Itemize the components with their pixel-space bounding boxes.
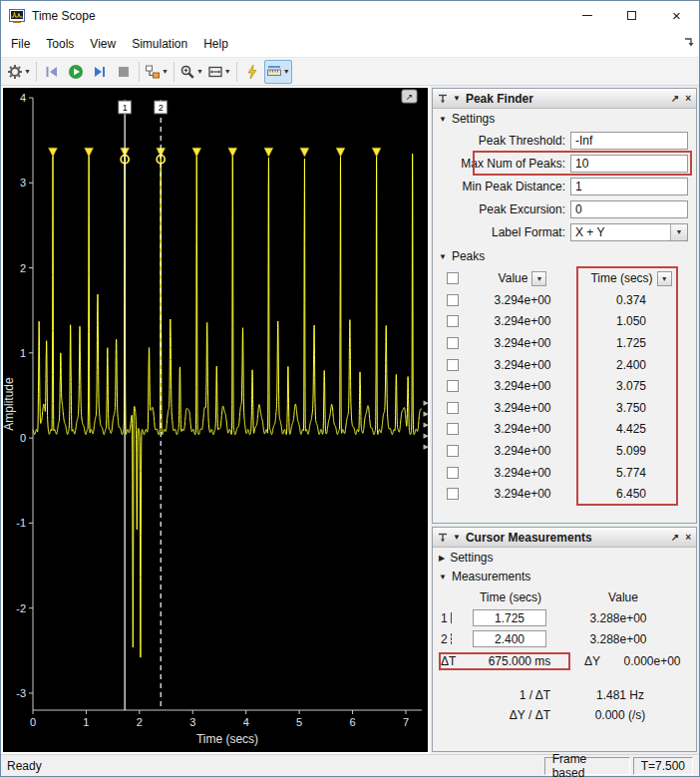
close-panel-icon[interactable]: × bbox=[685, 533, 691, 543]
menu-tools[interactable]: Tools bbox=[38, 33, 82, 55]
chevron-down-icon: ▼ bbox=[224, 68, 231, 75]
undock-panel-icon[interactable]: ↗ bbox=[671, 94, 679, 104]
peak-table-row: 3.294e+003.075 bbox=[439, 375, 690, 397]
menu-help[interactable]: Help bbox=[195, 33, 236, 55]
cursor-measurements-header: ▼ Cursor Measurements ↗ × bbox=[433, 528, 696, 548]
minimize-button[interactable] bbox=[564, 1, 609, 30]
fit-view-button[interactable]: ▼ bbox=[205, 60, 233, 84]
collapse-panel-icon[interactable]: ▼ bbox=[453, 533, 461, 542]
dock-pin-icon[interactable] bbox=[438, 94, 448, 104]
step-back-button[interactable] bbox=[40, 60, 64, 84]
peak-time-cell: 5.099 bbox=[578, 444, 684, 458]
x-tick-label: 7 bbox=[403, 716, 409, 728]
value-sort-button[interactable]: ▼ bbox=[531, 271, 546, 286]
close-panel-icon[interactable]: × bbox=[685, 94, 691, 104]
delta-y-label: ΔY bbox=[584, 654, 614, 668]
menubar: File Tools View Simulation Help bbox=[1, 31, 699, 57]
cursor-1-value: 3.288e+00 bbox=[546, 611, 690, 625]
step-forward-button[interactable] bbox=[88, 60, 112, 84]
one-over-dt-value: 1.481 Hz bbox=[550, 688, 690, 702]
chevron-down-icon[interactable]: ▼ bbox=[670, 224, 687, 240]
close-button[interactable]: × bbox=[654, 1, 699, 30]
pf-settings-section[interactable]: ▼ Settings bbox=[433, 109, 696, 128]
run-icon bbox=[68, 64, 84, 80]
peak-row-checkbox[interactable] bbox=[447, 467, 459, 479]
cm-settings-section[interactable]: ▶ Settings bbox=[433, 548, 696, 567]
peak-row-checkbox[interactable] bbox=[447, 294, 459, 306]
maximize-button[interactable] bbox=[609, 1, 654, 30]
cursor-measurements-title: Cursor Measurements bbox=[466, 531, 592, 545]
zoom-button[interactable]: ▼ bbox=[177, 60, 205, 84]
peak-excursion-label: Peak Excursion: bbox=[437, 202, 570, 216]
cursor-1-row: 1 1.725 3.288e+00 bbox=[439, 607, 690, 628]
solid-line-style-icon bbox=[451, 612, 452, 623]
pf-peaks-section[interactable]: ▼ Peaks bbox=[433, 246, 696, 265]
configuration-button[interactable]: ▼ bbox=[5, 60, 33, 84]
peak-row-checkbox[interactable] bbox=[447, 445, 459, 457]
peak-table-row: 3.294e+004.425 bbox=[439, 419, 690, 441]
dock-pin-icon[interactable] bbox=[438, 533, 448, 543]
cm-measurements-label: Measurements bbox=[452, 570, 530, 583]
y-tick-label: -3 bbox=[16, 687, 26, 699]
highlight-block-button[interactable]: ▼ bbox=[143, 60, 171, 84]
sim-time-indicator: T=7.500 bbox=[633, 757, 693, 775]
cursor-2-row: 2 2.400 3.288e+00 bbox=[439, 628, 690, 649]
peak-row-checkbox[interactable] bbox=[447, 315, 459, 327]
toolbar-separator bbox=[174, 62, 175, 82]
peak-threshold-label: Peak Threshold: bbox=[437, 134, 570, 148]
select-all-checkbox[interactable] bbox=[447, 272, 459, 284]
chevron-down-icon: ▼ bbox=[283, 68, 290, 75]
cursor-2-time-field[interactable]: 2.400 bbox=[473, 630, 546, 647]
max-num-peaks-field[interactable]: 10 bbox=[570, 155, 688, 173]
peak-marker-icon bbox=[48, 148, 57, 157]
scope-plot: 01234567-3-2-101234Time (secs)Amplitude1… bbox=[3, 88, 428, 752]
dy-over-dt-value: 0.000 (/s) bbox=[550, 708, 690, 722]
zoom-icon bbox=[179, 64, 195, 80]
peak-row-checkbox[interactable] bbox=[447, 380, 459, 392]
time-sort-button[interactable]: ▼ bbox=[657, 271, 672, 286]
measurements-button[interactable]: ▼ bbox=[264, 60, 292, 84]
x-tick-label: 4 bbox=[243, 716, 249, 728]
collapse-panel-icon[interactable]: ▼ bbox=[453, 94, 461, 103]
menu-file[interactable]: File bbox=[3, 33, 38, 55]
peak-row-checkbox[interactable] bbox=[447, 423, 459, 435]
peak-threshold-field[interactable]: -Inf bbox=[570, 132, 688, 150]
peak-excursion-field[interactable]: 0 bbox=[570, 200, 688, 218]
section-collapse-icon: ▶ bbox=[439, 554, 445, 563]
cursor-1-time-field[interactable]: 1.725 bbox=[473, 609, 546, 626]
cursor-label-2: 2 bbox=[159, 103, 164, 113]
peak-time-cell: 3.750 bbox=[578, 401, 684, 415]
peak-table-row: 3.294e+002.400 bbox=[439, 354, 690, 376]
y-tick-label: 3 bbox=[20, 177, 26, 189]
peak-row-checkbox[interactable] bbox=[447, 337, 459, 349]
main-area: 01234567-3-2-101234Time (secs)Amplitude1… bbox=[1, 86, 699, 754]
peak-row-checkbox[interactable] bbox=[447, 402, 459, 414]
toolbar-separator bbox=[236, 62, 237, 82]
toolbar-separator bbox=[139, 62, 140, 82]
menu-simulation[interactable]: Simulation bbox=[124, 33, 195, 55]
peak-row-checkbox[interactable] bbox=[447, 488, 459, 500]
panel-splitter-arrows[interactable]: ▶ ▶ ▶ ▶ ▶ bbox=[424, 397, 429, 452]
cursor-1-id: 1 bbox=[441, 611, 448, 625]
peak-time-cell: 0.374 bbox=[578, 293, 684, 307]
menubar-collapse-icon[interactable] bbox=[683, 36, 694, 47]
menu-view[interactable]: View bbox=[82, 33, 124, 55]
stop-button[interactable] bbox=[112, 60, 136, 84]
status-text: Ready bbox=[7, 759, 42, 773]
peak-finder-title: Peak Finder bbox=[466, 92, 533, 106]
undock-panel-icon[interactable]: ↗ bbox=[671, 533, 679, 543]
peak-finder-header: ▼ Peak Finder ↗ × bbox=[433, 89, 696, 109]
label-format-dropdown[interactable]: X + Y ▼ bbox=[570, 223, 688, 241]
trigger-button[interactable] bbox=[240, 60, 264, 84]
peak-time-cell: 4.425 bbox=[578, 422, 684, 436]
min-peak-distance-field[interactable]: 1 bbox=[570, 178, 688, 195]
pf-settings-form: Peak Threshold: -Inf Max Num of Peaks: 1… bbox=[433, 128, 696, 246]
peak-row-checkbox[interactable] bbox=[447, 359, 459, 371]
label-format-value: X + Y bbox=[571, 224, 670, 240]
peaks-table-header: Value ▼ Time (secs) ▼ bbox=[439, 267, 690, 289]
step-back-icon bbox=[44, 64, 60, 80]
maximize-icon bbox=[627, 11, 636, 20]
run-button[interactable] bbox=[64, 60, 88, 84]
cm-measurements-section[interactable]: ▼ Measurements bbox=[433, 567, 696, 585]
peak-finder-panel: ▼ Peak Finder ↗ × ▼ Settings Peak Thresh… bbox=[432, 88, 697, 524]
